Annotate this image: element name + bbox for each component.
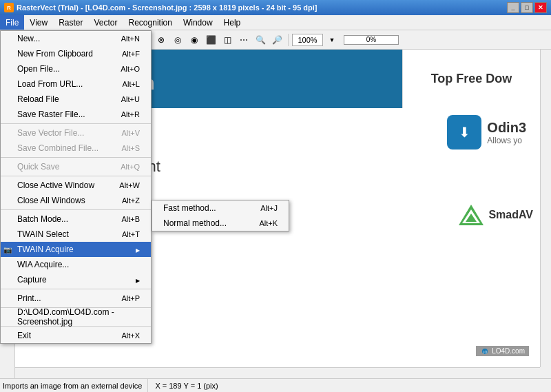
status-coords: X = 189 Y = 1 (pix) bbox=[155, 382, 218, 390]
smadav-logo bbox=[457, 201, 485, 229]
menu-item-print[interactable]: Print... Alt+P bbox=[1, 291, 151, 306]
menu-item-close-all-label: Close All Windows bbox=[17, 196, 85, 205]
menu-item-reload[interactable]: Reload File Alt+U bbox=[1, 92, 151, 107]
top-free-text: Top Free Dow bbox=[431, 72, 512, 86]
toolbar-sep-4 bbox=[288, 34, 289, 46]
toolbar-zoom-dropdown[interactable]: ▼ bbox=[324, 32, 340, 48]
status-bar: Imports an image from an external device… bbox=[0, 378, 551, 392]
restore-button[interactable]: □ bbox=[521, 2, 533, 13]
menu-item-quick-save-shortcut: Alt+Q bbox=[121, 163, 140, 171]
menu-item-twain-select-shortcut: Alt+T bbox=[122, 230, 140, 238]
odin-section: ⬇ Odin3 Allows yo bbox=[447, 115, 526, 149]
menu-item-quick-save-label: Quick Save bbox=[17, 162, 59, 172]
top-free-panel: Top Free Dow bbox=[402, 50, 540, 108]
toolbar-btn-9[interactable]: ◫ bbox=[220, 32, 235, 48]
menu-sep-4 bbox=[1, 209, 151, 210]
menu-item-new-clipboard[interactable]: New From Clipboard Alt+F bbox=[1, 46, 151, 61]
scrollbar-vertical[interactable] bbox=[540, 50, 551, 367]
menu-item-recent-file[interactable]: D:\LO4D.com\LO4D.com - Screenshot.jpg bbox=[1, 309, 151, 324]
menu-item-capture-label: Capture bbox=[17, 275, 47, 285]
menu-sep-3 bbox=[1, 176, 151, 176]
odin-icon: ⬇ bbox=[447, 115, 481, 149]
zoom-input[interactable]: 100% bbox=[292, 34, 323, 46]
menu-item-batch-label: Batch Mode... bbox=[17, 214, 68, 224]
toolbar-btn-6[interactable]: ◎ bbox=[170, 32, 185, 48]
status-message: Imports an image from an external device bbox=[3, 382, 142, 390]
menu-item-new-clipboard-label: New From Clipboard bbox=[17, 49, 93, 59]
menu-item-new[interactable]: New... Alt+N bbox=[1, 31, 151, 46]
menu-item-reload-shortcut: Alt+U bbox=[121, 95, 140, 103]
menu-item-wia-acquire[interactable]: WIA Acquire... bbox=[1, 257, 151, 272]
twain-acquire-submenu: Fast method... Alt+J Normal method... Al… bbox=[152, 200, 289, 231]
submenu-fast-method-label: Fast method... bbox=[163, 203, 216, 213]
menu-raster[interactable]: Raster bbox=[53, 15, 88, 30]
progress-bar-container: 0% bbox=[344, 35, 399, 45]
title-text: RasterVect (Trial) - [LO4D.com - Screens… bbox=[17, 3, 317, 12]
submenu-fast-method[interactable]: Fast method... Alt+J bbox=[152, 200, 289, 216]
menu-bar: File View Raster Vector Recognition Wind… bbox=[0, 15, 551, 30]
submenu-normal-method-label: Normal method... bbox=[163, 218, 227, 228]
menu-item-twain-acquire[interactable]: 📷 TWAIN Acquire bbox=[1, 242, 151, 257]
menu-file[interactable]: File bbox=[0, 15, 24, 30]
submenu-normal-method[interactable]: Normal method... Alt+K bbox=[152, 216, 289, 231]
scrollbar-horizontal[interactable] bbox=[15, 367, 540, 378]
scrollbar-corner bbox=[540, 367, 551, 378]
toolbar-btn-10[interactable]: ⋯ bbox=[236, 32, 251, 48]
toolbar-btn-7[interactable]: ◉ bbox=[187, 32, 202, 48]
menu-item-save-combined-shortcut: Alt+S bbox=[121, 144, 140, 152]
lo4d-watermark-icon: LO bbox=[480, 348, 490, 355]
minimize-button[interactable]: _ bbox=[507, 2, 519, 13]
menu-item-save-vector-shortcut: Alt+V bbox=[121, 129, 140, 137]
menu-item-open[interactable]: Open File... Alt+O bbox=[1, 61, 151, 76]
menu-item-close-active[interactable]: Close Active Window Alt+W bbox=[1, 178, 151, 193]
menu-item-batch[interactable]: Batch Mode... Alt+B bbox=[1, 212, 151, 227]
toolbar-btn-12[interactable]: 🔎 bbox=[269, 32, 284, 48]
menu-item-open-label: Open File... bbox=[17, 64, 60, 74]
title-bar-buttons: _ □ ✕ bbox=[507, 2, 547, 13]
capture-arrow bbox=[136, 276, 140, 284]
toolbar-btn-11[interactable]: 🔍 bbox=[253, 32, 268, 48]
status-message-section: Imports an image from an external device bbox=[3, 379, 148, 392]
menu-recognition[interactable]: Recognition bbox=[123, 15, 178, 30]
menu-help[interactable]: Help bbox=[218, 15, 247, 30]
toolbar-btn-5[interactable]: ⊗ bbox=[154, 32, 169, 48]
odin-info: Odin3 Allows yo bbox=[487, 120, 526, 145]
menu-item-save-raster-shortcut: Alt+R bbox=[121, 110, 140, 118]
menu-item-load-url-shortcut: Alt+L bbox=[123, 80, 140, 88]
menu-sep-2 bbox=[1, 157, 151, 158]
menu-item-batch-shortcut: Alt+B bbox=[121, 215, 140, 223]
menu-item-close-active-shortcut: Alt+W bbox=[119, 181, 140, 189]
menu-item-quick-save: Quick Save Alt+Q bbox=[1, 159, 151, 174]
toolbar-btn-8[interactable]: ⬛ bbox=[203, 32, 218, 48]
submenu-fast-method-shortcut: Alt+J bbox=[260, 204, 278, 212]
menu-item-save-raster-label: Save Raster File... bbox=[17, 110, 85, 119]
menu-window[interactable]: Window bbox=[178, 15, 218, 30]
menu-item-load-url[interactable]: Load From URL... Alt+L bbox=[1, 76, 151, 92]
menu-item-print-label: Print... bbox=[17, 293, 41, 303]
menu-item-save-combined: Save Combined File... Alt+S bbox=[1, 141, 151, 156]
menu-vector[interactable]: Vector bbox=[88, 15, 123, 30]
menu-item-exit-label: Exit bbox=[17, 331, 31, 340]
menu-item-new-label: New... bbox=[17, 34, 40, 43]
file-menu-dropdown: New... Alt+N New From Clipboard Alt+F Op… bbox=[0, 30, 152, 344]
menu-sep-1 bbox=[1, 123, 151, 124]
progress-text: 0% bbox=[344, 36, 398, 44]
menu-item-reload-label: Reload File bbox=[17, 94, 59, 104]
lo4d-watermark: LO LO4D.com bbox=[476, 346, 529, 356]
menu-view[interactable]: View bbox=[24, 15, 53, 30]
close-button[interactable]: ✕ bbox=[534, 2, 547, 13]
menu-item-exit-shortcut: Alt+X bbox=[121, 331, 140, 340]
menu-item-save-raster[interactable]: Save Raster File... Alt+R bbox=[1, 107, 151, 122]
menu-item-new-clipboard-shortcut: Alt+F bbox=[122, 50, 140, 58]
menu-item-twain-select-label: TWAIN Select bbox=[17, 229, 69, 239]
menu-item-recent-file-label: D:\LO4D.com\LO4D.com - Screenshot.jpg bbox=[17, 307, 140, 327]
menu-item-twain-select[interactable]: TWAIN Select Alt+T bbox=[1, 227, 151, 242]
svg-text:R: R bbox=[7, 5, 11, 11]
menu-item-close-all[interactable]: Close All Windows Alt+Z bbox=[1, 193, 151, 208]
app-icon: R bbox=[4, 3, 14, 12]
menu-item-twain-acquire-label: TWAIN Acquire bbox=[17, 245, 74, 254]
svg-text:LO: LO bbox=[483, 350, 488, 354]
menu-item-open-shortcut: Alt+O bbox=[121, 65, 140, 73]
menu-item-exit[interactable]: Exit Alt+X bbox=[1, 328, 151, 343]
menu-item-capture[interactable]: Capture bbox=[1, 272, 151, 287]
